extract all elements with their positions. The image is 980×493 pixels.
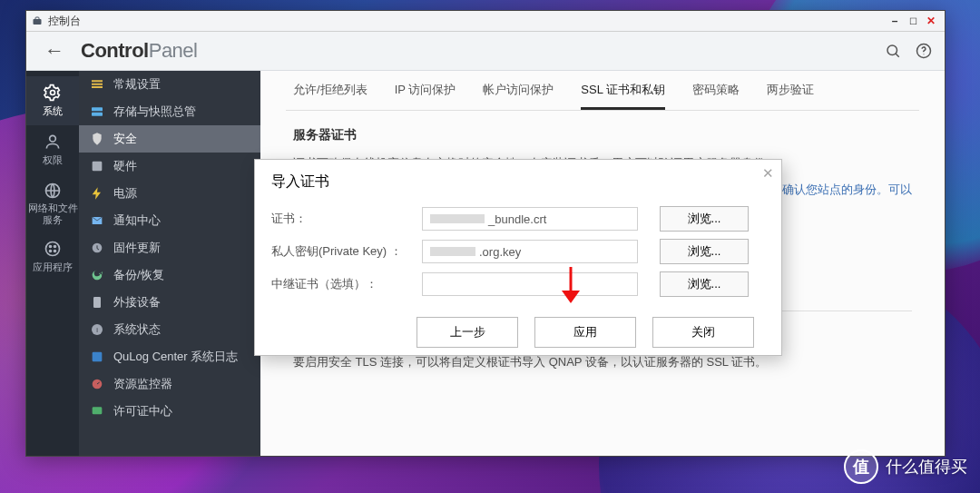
sidenav-item-firmware[interactable]: 固件更新 [79, 234, 260, 261]
svg-rect-14 [93, 162, 103, 172]
prev-button[interactable]: 上一步 [416, 317, 518, 348]
server-cert-heading: 服务器证书 [293, 127, 912, 143]
tab-2fa[interactable]: 两步验证 [767, 82, 814, 110]
watermark-glyph: 值 [844, 449, 878, 484]
svg-rect-12 [92, 107, 103, 111]
label-cert: 证书： [271, 211, 416, 227]
apply-button[interactable]: 应用 [534, 317, 636, 348]
tabs: 允许/拒绝列表 IP 访问保护 帐户访问保护 SSL 证书和私钥 密码策略 两步… [260, 71, 945, 110]
rail: 系统 权限 网络和文件服务 应用程序 [26, 71, 79, 456]
tab-ip-protect[interactable]: IP 访问保护 [395, 82, 456, 110]
page-title: ControlPanel [81, 39, 197, 63]
svg-rect-19 [93, 352, 103, 362]
rail-item-permissions[interactable]: 权限 [26, 125, 79, 174]
modal-title: 导入证书 [271, 173, 765, 192]
watermark-text: 什么值得买 [886, 456, 967, 478]
label-key: 私人密钥(Private Key) ： [271, 243, 416, 260]
close-button[interactable]: 关闭 [652, 317, 754, 348]
import-cert-modal: ✕ 导入证书 证书： _bundle.crt 浏览... 私人密钥(Privat… [254, 159, 782, 356]
svg-point-3 [923, 54, 924, 54]
header: ← ControlPanel [26, 32, 945, 71]
tab-allow-deny[interactable]: 允许/拒绝列表 [293, 82, 368, 110]
svg-point-11 [54, 251, 56, 252]
sidenav-item-general[interactable]: 常规设置 [79, 71, 260, 98]
rail-item-apps[interactable]: 应用程序 [26, 232, 79, 281]
row-intermediate: 中继证书（选填）： 浏览... [255, 268, 781, 301]
input-key[interactable]: .org.key [422, 240, 638, 263]
sidenav-item-storage[interactable]: 存储与快照总管 [79, 98, 260, 125]
close-window-button[interactable] [923, 14, 939, 28]
svg-point-5 [50, 135, 56, 142]
sidenav-item-license[interactable]: 许可证中心 [79, 398, 260, 425]
sidenav: 常规设置 存储与快照总管 安全 硬件 电源 通知中心 固件更新 备份/恢复 外接… [79, 71, 260, 456]
sidenav-item-qulog[interactable]: QuLog Center 系统日志 [79, 343, 260, 370]
svg-point-10 [50, 251, 52, 252]
input-cert[interactable]: _bundle.crt [422, 207, 638, 231]
sidenav-item-power[interactable]: 电源 [79, 180, 260, 207]
sidenav-item-external[interactable]: 外接设备 [79, 289, 260, 316]
svg-rect-13 [92, 113, 103, 116]
rail-item-network[interactable]: 网络和文件服务 [26, 174, 79, 232]
svg-rect-16 [93, 297, 101, 308]
watermark: 值 什么值得买 [844, 449, 967, 484]
svg-point-8 [50, 246, 52, 248]
tab-password-policy[interactable]: 密码策略 [692, 82, 740, 110]
modal-close-icon[interactable]: ✕ [762, 165, 774, 182]
svg-rect-21 [93, 407, 103, 414]
back-arrow-icon[interactable]: ← [44, 39, 64, 63]
sidenav-item-security[interactable]: 安全 [79, 125, 260, 153]
sidenav-item-backup[interactable]: 备份/恢复 [79, 261, 260, 289]
svg-point-9 [54, 246, 56, 248]
maximize-button[interactable] [905, 14, 921, 28]
svg-rect-0 [34, 19, 42, 25]
help-icon[interactable] [916, 43, 932, 59]
row-key: 私人密钥(Private Key) ： .org.key 浏览... [255, 235, 781, 268]
label-intermediate: 中继证书（选填）： [271, 276, 416, 292]
sidenav-item-status[interactable]: i系统状态 [79, 316, 260, 343]
input-intermediate[interactable] [422, 272, 638, 296]
svg-point-1 [887, 45, 897, 55]
browse-cert-button[interactable]: 浏览... [660, 206, 749, 232]
search-icon[interactable] [885, 43, 901, 59]
svg-point-7 [46, 242, 60, 256]
tab-ssl[interactable]: SSL 证书和私钥 [581, 82, 665, 110]
tab-account-protect[interactable]: 帐户访问保护 [483, 82, 554, 110]
sidenav-item-notification[interactable]: 通知中心 [79, 207, 260, 234]
toolbox-icon [32, 15, 43, 26]
svg-point-4 [51, 91, 55, 95]
rail-item-system[interactable]: 系统 [26, 76, 79, 125]
browse-key-button[interactable]: 浏览... [660, 239, 749, 264]
titlebar: 控制台 [26, 11, 945, 32]
row-cert: 证书： _bundle.crt 浏览... [255, 202, 781, 235]
sidenav-item-hardware[interactable]: 硬件 [79, 153, 260, 180]
minimize-button[interactable] [887, 14, 903, 28]
browse-intermediate-button[interactable]: 浏览... [660, 271, 749, 297]
sidenav-item-monitor[interactable]: 资源监控器 [79, 370, 260, 398]
window-title: 控制台 [48, 14, 81, 29]
